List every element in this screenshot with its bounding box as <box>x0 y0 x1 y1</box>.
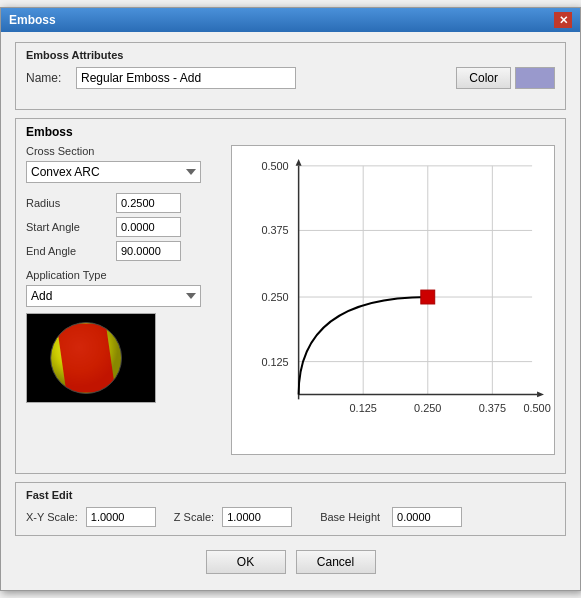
svg-text:0.250: 0.250 <box>261 291 288 303</box>
emboss-section-title: Emboss <box>26 125 555 139</box>
dialog-title: Emboss <box>9 13 56 27</box>
fast-edit-title: Fast Edit <box>26 489 555 501</box>
base-height-input[interactable] <box>392 507 462 527</box>
color-swatch[interactable] <box>515 67 555 89</box>
title-bar: Emboss ✕ <box>1 8 580 32</box>
radius-label: Radius <box>26 197 116 209</box>
cross-section-dropdown[interactable]: Convex ARC Concave ARC Linear <box>26 161 201 183</box>
z-scale-input[interactable] <box>222 507 292 527</box>
emboss-left-panel: Cross Section Convex ARC Concave ARC Lin… <box>26 145 221 455</box>
svg-text:0.125: 0.125 <box>350 402 377 414</box>
fast-edit-row: X-Y Scale: Z Scale: Base Height <box>26 507 555 527</box>
xy-scale-input[interactable] <box>86 507 156 527</box>
svg-rect-26 <box>421 290 435 304</box>
radius-row: Radius <box>26 193 221 213</box>
svg-text:0.500: 0.500 <box>523 402 550 414</box>
end-angle-row: End Angle <box>26 241 221 261</box>
start-angle-label: Start Angle <box>26 221 116 233</box>
svg-marker-3 <box>57 324 116 393</box>
name-row: Name: Color <box>26 67 555 89</box>
dialog-body: Emboss Attributes Name: Color Emboss Cro… <box>1 32 580 590</box>
end-angle-input[interactable] <box>116 241 181 261</box>
base-height-label: Base Height <box>320 511 380 523</box>
preview-image <box>26 313 156 403</box>
button-row: OK Cancel <box>15 546 566 580</box>
app-type-dropdown[interactable]: Add Subtract Replace <box>26 285 201 307</box>
z-scale-label: Z Scale: <box>174 511 214 523</box>
svg-text:0.375: 0.375 <box>479 402 506 414</box>
close-button[interactable]: ✕ <box>554 12 572 28</box>
ok-button[interactable]: OK <box>206 550 286 574</box>
emboss-attributes-section: Emboss Attributes Name: Color <box>15 42 566 110</box>
svg-text:0.250: 0.250 <box>414 402 441 414</box>
dialog-emboss: Emboss ✕ Emboss Attributes Name: Color E… <box>0 7 581 591</box>
name-label: Name: <box>26 71 76 85</box>
xy-scale-label: X-Y Scale: <box>26 511 78 523</box>
chart-area: 0.500 0.375 0.250 0.125 0.125 0.250 0.37… <box>231 145 555 455</box>
preview-svg <box>27 313 155 403</box>
radius-input[interactable] <box>116 193 181 213</box>
name-input[interactable] <box>76 67 296 89</box>
start-angle-input[interactable] <box>116 217 181 237</box>
cancel-button[interactable]: Cancel <box>296 550 376 574</box>
params-grid: Radius Start Angle End Angle <box>26 193 221 261</box>
emboss-attributes-title: Emboss Attributes <box>26 49 555 61</box>
svg-text:0.125: 0.125 <box>261 356 288 368</box>
cross-section-label: Cross Section <box>26 145 221 157</box>
emboss-content: Cross Section Convex ARC Concave ARC Lin… <box>26 145 555 455</box>
start-angle-row: Start Angle <box>26 217 221 237</box>
svg-text:0.500: 0.500 <box>261 160 288 172</box>
app-type-label: Application Type <box>26 269 221 281</box>
end-angle-label: End Angle <box>26 245 116 257</box>
emboss-section: Emboss Cross Section Convex ARC Concave … <box>15 118 566 474</box>
chart-svg: 0.500 0.375 0.250 0.125 0.125 0.250 0.37… <box>232 146 554 454</box>
svg-text:0.375: 0.375 <box>261 224 288 236</box>
fast-edit-section: Fast Edit X-Y Scale: Z Scale: Base Heigh… <box>15 482 566 536</box>
color-button[interactable]: Color <box>456 67 511 89</box>
